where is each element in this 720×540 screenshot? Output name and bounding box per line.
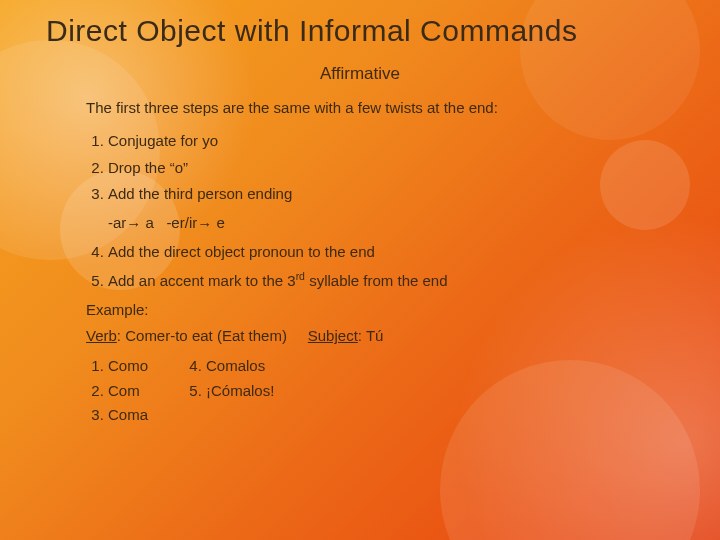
step-item: Add an accent mark to the 3rd syllable f… [108, 266, 646, 294]
slide-subtitle: Affirmative [0, 64, 720, 84]
slide: Direct Object with Informal Commands Aff… [0, 0, 720, 540]
step-item: Conjugate for yo [108, 128, 646, 154]
example-step: Com [108, 379, 148, 403]
example-step: Comalos [206, 354, 274, 378]
example-step: Como [108, 354, 148, 378]
intro-text: The first three steps are the same with … [86, 98, 646, 118]
step-item: Drop the “o” [108, 155, 646, 181]
step-item: Add the third person ending [108, 181, 646, 207]
example-step: ¡Cómalos! [206, 379, 274, 403]
example-line: Verb: Comer-to eat (Eat them) Subject: T… [86, 326, 646, 346]
slide-title: Direct Object with Informal Commands [46, 14, 578, 48]
example-label: Example: [86, 300, 646, 320]
example-columns: Como Com Coma Comalos ¡Cómalos! [86, 354, 646, 427]
slide-body: The first three steps are the same with … [86, 98, 646, 427]
steps-list-cont: Add the direct object pronoun to the end… [86, 239, 646, 294]
step-item: Add the direct object pronoun to the end [108, 239, 646, 265]
example-step: Coma [108, 403, 148, 427]
steps-list: Conjugate for yo Drop the “o” Add the th… [86, 128, 646, 207]
endings-line: -ar→ a -er/ir→ e [108, 213, 646, 233]
